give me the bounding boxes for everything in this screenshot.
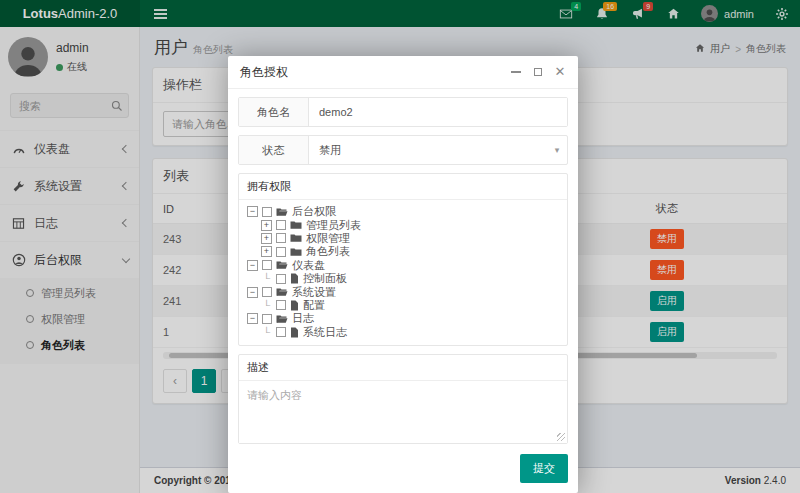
tree-connector: └ <box>261 273 272 284</box>
status-field-group: 状态 禁用 ▾ <box>238 135 568 165</box>
folder-open-icon <box>276 207 288 217</box>
role-name-field-group: 角色名 <box>238 97 568 127</box>
file-icon <box>290 273 299 284</box>
tree-expand-icon[interactable]: + <box>261 246 272 257</box>
tree-collapse-icon[interactable]: − <box>247 206 258 217</box>
tree-expand-icon[interactable]: + <box>261 220 272 231</box>
tree-checkbox[interactable] <box>276 274 286 284</box>
tree-node: └ 控制面板 <box>261 272 559 285</box>
tree-node: − 系统设置 <box>247 285 559 298</box>
close-icon[interactable]: ✕ <box>554 66 566 78</box>
tree-connector: └ <box>261 300 272 311</box>
permissions-tree: − 后台权限 + 管理员列表 + 权限管理 <box>239 200 567 345</box>
folder-open-icon <box>276 260 288 270</box>
minimize-icon[interactable] <box>510 66 522 78</box>
folder-icon <box>290 233 302 243</box>
tree-checkbox[interactable] <box>262 314 272 324</box>
permissions-fieldset: 拥有权限 − 后台权限 + 管理员列表 + <box>238 173 568 346</box>
tree-checkbox[interactable] <box>276 327 286 337</box>
status-select[interactable]: 禁用 <box>309 136 547 164</box>
submit-button[interactable]: 提交 <box>520 454 568 483</box>
folder-icon <box>290 247 302 257</box>
folder-icon <box>290 220 302 230</box>
file-icon <box>290 327 299 338</box>
tree-node: − 日志 <box>247 312 559 325</box>
description-title: 描述 <box>239 355 567 381</box>
chevron-down-icon[interactable]: ▾ <box>547 136 567 164</box>
tree-expand-icon[interactable]: + <box>261 233 272 244</box>
role-authorization-modal: 角色授权 ✕ 角色名 状态 禁用 ▾ 拥有权限 − 后台权限 <box>228 56 578 493</box>
tree-node: − 后台权限 <box>247 205 559 218</box>
description-fieldset: 描述 <box>238 354 568 444</box>
status-label: 状态 <box>239 136 309 164</box>
resize-grip[interactable] <box>557 433 565 441</box>
tree-collapse-icon[interactable]: − <box>247 260 258 271</box>
role-name-label: 角色名 <box>239 98 309 126</box>
tree-node: + 权限管理 <box>261 232 559 245</box>
maximize-icon[interactable] <box>532 66 544 78</box>
tree-checkbox[interactable] <box>262 207 272 217</box>
tree-node: + 角色列表 <box>261 245 559 258</box>
tree-collapse-icon[interactable]: − <box>247 287 258 298</box>
tree-collapse-icon[interactable]: − <box>247 313 258 324</box>
tree-checkbox[interactable] <box>262 287 272 297</box>
file-icon <box>290 300 299 311</box>
tree-connector: └ <box>261 327 272 338</box>
tree-node-label[interactable]: 系统日志 <box>303 325 347 340</box>
tree-checkbox[interactable] <box>276 220 286 230</box>
folder-open-icon <box>276 287 288 297</box>
folder-open-icon <box>276 314 288 324</box>
description-textarea[interactable] <box>239 381 567 443</box>
modal-header[interactable]: 角色授权 ✕ <box>228 56 578 89</box>
tree-node: └ 配置 <box>261 299 559 312</box>
tree-checkbox[interactable] <box>276 300 286 310</box>
permissions-title: 拥有权限 <box>239 174 567 200</box>
tree-node: └ 系统日志 <box>261 326 559 339</box>
tree-checkbox[interactable] <box>276 233 286 243</box>
tree-checkbox[interactable] <box>262 260 272 270</box>
tree-node: − 仪表盘 <box>247 259 559 272</box>
role-name-input[interactable] <box>309 98 567 126</box>
modal-title: 角色授权 <box>240 64 510 81</box>
tree-checkbox[interactable] <box>276 247 286 257</box>
tree-node: + 管理员列表 <box>261 218 559 231</box>
